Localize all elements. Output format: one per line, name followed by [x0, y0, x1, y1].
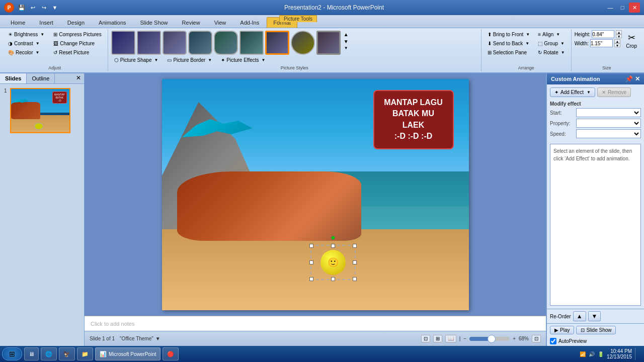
picture-style-5[interactable] [214, 31, 238, 55]
picture-style-7[interactable] [265, 31, 289, 55]
add-effect-button[interactable]: ✦ Add Effect ▼ [550, 87, 595, 97]
ps-scroll-up-icon: ▲ [344, 32, 349, 37]
change-picture-button[interactable]: 🖼 Change Picture [50, 39, 104, 48]
slides-panel-close[interactable]: ✕ [73, 73, 84, 83]
tab-review[interactable]: Review [176, 17, 207, 28]
handle-br[interactable] [353, 277, 357, 281]
play-button[interactable]: ▶ Play [550, 326, 574, 334]
picture-effects-button[interactable]: ✦ Picture Effects ▼ [218, 56, 268, 64]
view-slide-sorter-button[interactable]: ⊞ [433, 335, 442, 342]
align-button[interactable]: ≡ Align ▼ [535, 30, 568, 39]
slide-text-box[interactable]: MANTAP LAGU BATAK MU LAEK :-D :-D :-D [373, 90, 454, 149]
slide-canvas[interactable]: MANTAP LAGU BATAK MU LAEK :-D :-D :-D 🙂 [162, 79, 469, 310]
zoom-slider[interactable] [469, 337, 510, 341]
start-select[interactable] [576, 108, 641, 117]
zoom-in-button[interactable]: + [513, 336, 516, 341]
compress-pictures-button[interactable]: ⊞ Compress Pictures [50, 30, 104, 39]
taskbar-firefox[interactable]: 🦅 [59, 347, 75, 360]
picture-style-4[interactable] [188, 31, 212, 55]
height-input[interactable] [592, 30, 614, 38]
picture-style-6[interactable] [239, 31, 264, 55]
taskbar-other[interactable]: 🔴 [163, 347, 179, 360]
close-button[interactable]: ✕ [629, 3, 640, 13]
taskbar-powerpoint[interactable]: 📊 Microsoft PowerPoint [95, 347, 160, 360]
handle-bl[interactable] [309, 277, 313, 281]
crop-button[interactable]: ✂ Crop [624, 30, 639, 51]
show-desktop-corner[interactable] [635, 348, 639, 360]
handle-ml[interactable] [309, 260, 313, 264]
picture-shape-button[interactable]: ⬡ Picture Shape ▼ [111, 56, 162, 64]
width-up-button[interactable]: ▲ [614, 39, 620, 43]
selection-pane-button[interactable]: ⊞ Selection Pane [485, 48, 533, 57]
tab-slideshow[interactable]: Slide Show [134, 17, 175, 28]
taskbar-ie[interactable]: 🌐 [41, 347, 57, 360]
save-button[interactable]: 💾 [17, 3, 26, 12]
tab-outline[interactable]: Outline [27, 73, 55, 83]
taskbar-show-desktop[interactable]: 🖥 [24, 347, 39, 360]
tab-slides[interactable]: Slides [0, 73, 27, 83]
brightness-button[interactable]: ☀ Brightness ▼ [5, 30, 47, 39]
handle-tl[interactable] [309, 244, 313, 248]
picture-style-9[interactable] [316, 31, 341, 55]
handle-mr[interactable] [353, 260, 357, 264]
bring-to-front-button[interactable]: ⬆ Bring to Front ▼ [485, 30, 533, 39]
view-reading-button[interactable]: 📖 [445, 335, 456, 342]
picture-styles-dropdown[interactable]: ▲ ▼ ▼ [342, 30, 350, 55]
theme-dropdown-icon[interactable]: ▼ [155, 336, 160, 341]
ppt-taskbar-label: Microsoft PowerPoint [109, 351, 156, 357]
tab-home[interactable]: Home [4, 17, 32, 28]
tab-view[interactable]: View [208, 17, 233, 28]
panel-close-icon[interactable]: ✕ [635, 75, 640, 82]
start-button[interactable]: ⊞ [2, 347, 22, 360]
tab-insert[interactable]: Insert [33, 17, 60, 28]
tab-animations[interactable]: Animations [92, 17, 132, 28]
picture-border-button[interactable]: ▭ Picture Border ▼ [164, 56, 215, 64]
property-select[interactable] [576, 119, 641, 128]
autopreview-checkbox[interactable] [550, 338, 556, 344]
fit-window-button[interactable]: ⊡ [532, 335, 541, 342]
zoom-out-button[interactable]: − [463, 336, 466, 341]
slides-panel: Slides Outline ✕ 1 MANTAPBATAK:-D [0, 73, 85, 346]
change-picture-icon: 🖼 [53, 41, 58, 46]
handle-tm[interactable] [331, 244, 335, 248]
picture-style-2[interactable] [137, 31, 161, 55]
height-down-button[interactable]: ▼ [616, 34, 622, 38]
contrast-button[interactable]: ◑ Contrast ▼ [5, 39, 47, 48]
minimize-button[interactable]: — [605, 3, 616, 13]
panel-pin-icon[interactable]: 📌 [625, 75, 633, 82]
height-up-button[interactable]: ▲ [616, 30, 622, 34]
picture-style-1[interactable] [111, 31, 135, 55]
rotate-button[interactable]: ↻ Rotate ▼ [535, 48, 568, 57]
slide-thumbnail[interactable]: MANTAPBATAK:-D [10, 88, 70, 133]
remove-button[interactable]: ✕ Remove [597, 87, 631, 97]
undo-button[interactable]: ↩ [28, 3, 37, 12]
reorder-down-button[interactable]: ▼ [588, 311, 601, 321]
maximize-button[interactable]: □ [617, 3, 628, 13]
status-bar: Slide 1 of 1 "Office Theme" ▼ ⊡ ⊞ 📖 | − … [85, 331, 546, 346]
group-button[interactable]: ⬚ Group ▼ [535, 39, 568, 48]
reorder-up-button[interactable]: ▲ [573, 311, 586, 321]
size-label: Size [575, 64, 639, 70]
taskbar-explorer[interactable]: 📁 [77, 347, 93, 360]
firefox-icon: 🦅 [63, 351, 70, 357]
handle-tr[interactable] [353, 244, 357, 248]
send-to-back-button[interactable]: ⬇ Send to Back ▼ [485, 39, 533, 48]
btf-arrow: ▼ [526, 32, 530, 37]
redo-button[interactable]: ↪ [39, 3, 48, 12]
reset-picture-button[interactable]: ↺ Reset Picture [50, 48, 104, 57]
selected-object[interactable]: 🙂 [310, 245, 356, 280]
picture-style-8[interactable] [291, 31, 315, 55]
notes-area[interactable]: Click to add notes [85, 316, 546, 331]
width-input[interactable] [590, 39, 613, 47]
slideshow-button[interactable]: ⊡ Slide Show [576, 326, 616, 334]
width-down-button[interactable]: ▼ [614, 43, 620, 47]
tab-design[interactable]: Design [61, 17, 91, 28]
view-normal-button[interactable]: ⊡ [421, 335, 430, 342]
speed-select[interactable] [576, 129, 641, 138]
picture-style-3[interactable] [163, 31, 187, 55]
handle-rotate[interactable] [331, 236, 335, 240]
recolor-button[interactable]: 🎨 Recolor ▼ [5, 48, 47, 57]
tab-addins[interactable]: Add-Ins [233, 17, 266, 28]
qa-dropdown[interactable]: ▼ [50, 3, 59, 12]
handle-bm[interactable] [331, 277, 335, 281]
